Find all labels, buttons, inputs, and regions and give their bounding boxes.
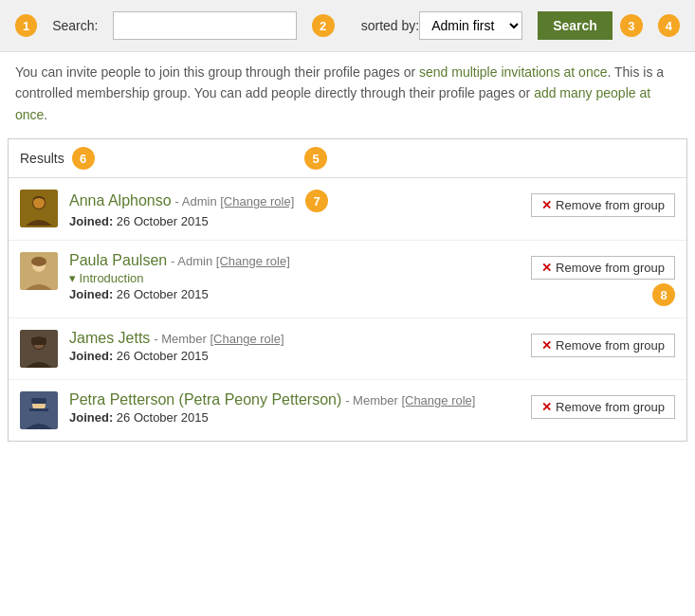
remove-x-icon-paula: ✕ [541,261,552,275]
sorted-by-controls: 2 sorted by: Admin first Name Date joine… [312,11,522,40]
sorted-by-label: sorted by: [361,18,419,33]
remove-button-james[interactable]: ✕ Remove from group [531,334,675,357]
remove-button-petra[interactable]: ✕ Remove from group [531,395,675,419]
top-bar: 1 Search: 2 sorted by: Admin first Name … [0,0,695,52]
change-role-petra[interactable]: [Change role] [401,393,475,408]
remove-x-icon-petra: ✕ [541,400,552,414]
results-label: Results [20,151,64,166]
remove-label-anna: Remove from group [556,198,665,212]
member-joined-petra: Joined: 26 October 2015 [69,410,531,425]
change-role-james[interactable]: [Change role] [210,332,283,346]
annotation-7: 7 [305,190,328,212]
member-name-petra[interactable]: Petra Petterson (Petra Peony Petterson) [69,391,341,408]
member-name-row-anna: Anna Alphonso - Admin [Change role] 7 [69,190,531,212]
remove-button-anna[interactable]: ✕ Remove from group [531,193,675,217]
member-left-petra: Petra Petterson (Petra Peony Petterson) … [20,391,531,429]
annotation-3: 3 [620,14,643,37]
member-role-petra: - Member [345,393,401,408]
member-role-anna: - Admin [175,194,221,208]
remove-label-paula: Remove from group [556,261,665,275]
annotation-8: 8 [652,283,675,306]
member-name-row-paula: Paula Paulsen - Admin [Change role] [69,252,531,269]
results-header: Results 5 6 [9,139,686,178]
member-name-row-petra: Petra Petterson (Petra Peony Petterson) … [69,391,531,408]
svg-rect-14 [31,398,46,404]
member-name-anna[interactable]: Anna Alphonso [69,192,172,208]
info-text-part1: You can invite people to join this group… [15,64,419,80]
svg-rect-15 [29,408,48,411]
svg-point-6 [31,257,46,266]
search-label: Search: [52,18,98,33]
annotation-5: 5 [304,147,327,170]
member-role-paula: - Admin [171,254,216,268]
avatar-paula [20,252,58,290]
member-left-james: James Jetts - Member [Change role] Joine… [20,330,531,368]
member-info-petra: Petra Petterson (Petra Peony Petterson) … [69,391,531,425]
send-invitations-link[interactable]: send multiple invitations at once [419,64,607,80]
annotation-1: 1 [15,14,37,37]
info-text-part3: . [44,107,47,122]
annotation-4: 4 [658,14,680,37]
results-section: Results 5 6 Anna Alphonso - Admin [Chang… [8,138,687,442]
member-joined-james: Joined: 26 October 2015 [69,349,531,363]
member-left-anna: Anna Alphonso - Admin [Change role] 7 Jo… [20,190,531,228]
svg-rect-10 [31,337,46,345]
table-row: Anna Alphonso - Admin [Change role] 7 Jo… [9,178,686,241]
table-row: James Jetts - Member [Change role] Joine… [9,318,686,380]
remove-label-petra: Remove from group [556,400,665,414]
search-button[interactable]: Search [538,11,613,40]
avatar-james [20,330,58,368]
member-joined-paula: Joined: 26 October 2015 [69,287,531,301]
annotation-2: 2 [312,14,335,37]
member-info-paula: Paula Paulsen - Admin [Change role] ▾ In… [69,252,531,301]
change-role-anna[interactable]: [Change role] [220,194,294,208]
remove-x-icon-anna: ✕ [541,198,552,212]
member-role-james: - Member [154,332,210,346]
annotation-6: 6 [72,147,95,170]
member-left-paula: Paula Paulsen - Admin [Change role] ▾ In… [20,252,531,301]
avatar-anna [20,190,58,227]
member-name-james[interactable]: James Jetts [69,330,150,346]
search-input[interactable] [113,11,296,40]
member-name-paula[interactable]: Paula Paulsen [69,252,167,268]
member-intro-paula[interactable]: ▾ Introduction [69,271,531,285]
remove-x-icon-james: ✕ [541,338,552,353]
avatar-petra [20,391,58,429]
member-name-row-james: James Jetts - Member [Change role] [69,330,531,347]
member-joined-anna: Joined: 26 October 2015 [69,214,531,228]
remove-button-paula[interactable]: ✕ Remove from group [531,256,675,280]
table-row: Paula Paulsen - Admin [Change role] ▾ In… [9,241,686,318]
table-row: Petra Petterson (Petra Peony Petterson) … [9,380,686,441]
info-text-block: You can invite people to join this group… [0,52,695,138]
member-info-james: James Jetts - Member [Change role] Joine… [69,330,531,363]
member-info-anna: Anna Alphonso - Admin [Change role] 7 Jo… [69,190,531,228]
remove-label-james: Remove from group [556,338,665,353]
change-role-paula[interactable]: [Change role] [216,254,290,268]
sorted-by-select[interactable]: Admin first Name Date joined [419,11,522,40]
